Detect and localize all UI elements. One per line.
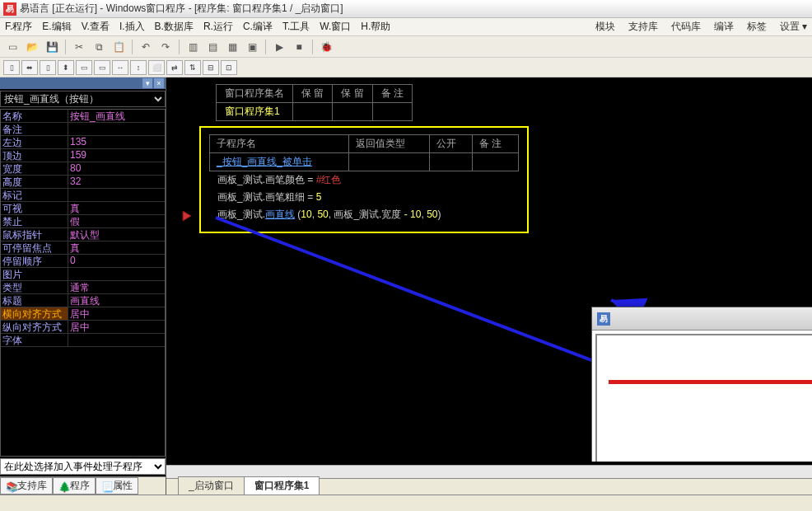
- prop-value[interactable]: 默认型: [68, 228, 165, 241]
- new-icon[interactable]: ▭: [3, 39, 21, 55]
- toolbar-align: ▯ ⬌ ▯ ⬍ ▭ ▭ ↔ ↕ ⬜ ⇄ ⇅ ⊟ ⊡: [0, 58, 812, 77]
- layout3-icon[interactable]: ▦: [223, 39, 241, 55]
- center-v-icon[interactable]: ⊡: [221, 60, 237, 75]
- layout1-icon[interactable]: ▥: [184, 39, 202, 55]
- prop-row[interactable]: 可视真: [1, 202, 165, 215]
- prop-row[interactable]: 停留顺序0: [1, 255, 165, 268]
- paste-icon[interactable]: 📋: [110, 39, 128, 55]
- tab-support-lib[interactable]: 📚支持库: [0, 477, 53, 495]
- layout2-icon[interactable]: ▤: [203, 39, 222, 55]
- prop-row[interactable]: 标题画直线: [1, 294, 165, 307]
- open-icon[interactable]: 📂: [23, 39, 41, 55]
- tab-startup-window[interactable]: _启动窗口: [178, 476, 245, 495]
- prop-row[interactable]: 纵向对齐方式居中: [1, 321, 165, 334]
- prop-value[interactable]: 真: [68, 202, 165, 214]
- prop-value[interactable]: 居中: [68, 307, 165, 320]
- prop-row[interactable]: 横向对齐方式居中: [1, 307, 165, 321]
- program-set-table: 窗口程序集名 保 留 保 留 备 注 窗口程序集1: [216, 84, 413, 121]
- prop-value[interactable]: 135: [68, 136, 165, 148]
- menu-tools[interactable]: T.工具: [282, 20, 310, 34]
- panel-close-icon[interactable]: ×: [154, 78, 164, 88]
- preview-canvas: 画直线: [595, 334, 812, 462]
- prop-value[interactable]: [68, 268, 165, 280]
- copy-icon[interactable]: ⧉: [90, 39, 108, 55]
- same-size-icon[interactable]: ⬜: [148, 60, 165, 75]
- property-grid[interactable]: 名称按钮_画直线备注左边135顶边159宽度80高度32标记可视真禁止假鼠标指针…: [0, 109, 166, 457]
- menu-run[interactable]: R.运行: [203, 20, 233, 34]
- menu-help[interactable]: H.帮助: [361, 20, 390, 34]
- prop-row[interactable]: 图片: [1, 268, 165, 281]
- cut-icon[interactable]: ✂: [70, 39, 88, 55]
- menu-tags[interactable]: 标签: [747, 20, 767, 34]
- prop-value[interactable]: [68, 189, 165, 201]
- preview-titlebar[interactable]: 易 ✕: [592, 307, 812, 331]
- prop-row[interactable]: 宽度80: [1, 162, 165, 176]
- redo-icon[interactable]: ↷: [156, 39, 175, 55]
- undo-icon[interactable]: ↶: [137, 39, 155, 55]
- prop-row[interactable]: 标记: [1, 189, 165, 202]
- prop-value[interactable]: 真: [68, 241, 165, 254]
- tab-program-set[interactable]: 窗口程序集1: [244, 476, 320, 495]
- prop-value[interactable]: 32: [68, 176, 165, 188]
- prop-value[interactable]: 假: [68, 215, 165, 227]
- align-center-h-icon[interactable]: ⬌: [21, 60, 38, 75]
- prop-row[interactable]: 备注: [1, 123, 165, 136]
- center-h-icon[interactable]: ⊟: [203, 60, 219, 75]
- menu-insert[interactable]: I.插入: [119, 20, 145, 34]
- dist-v-icon[interactable]: ⇅: [184, 60, 201, 75]
- menu-right-group: 模块 支持库 代码库 编译 标签 设置 ▾: [595, 20, 807, 34]
- layout4-icon[interactable]: ▣: [243, 39, 261, 55]
- preview-window[interactable]: 易 ✕ 画直线: [591, 307, 812, 462]
- prop-row[interactable]: 高度32: [1, 176, 165, 189]
- menu-settings[interactable]: 设置 ▾: [780, 20, 807, 34]
- prop-row[interactable]: 左边135: [1, 136, 165, 149]
- dist-h-icon[interactable]: ⇄: [166, 60, 183, 75]
- menu-edit[interactable]: E.编辑: [42, 20, 71, 34]
- prop-row[interactable]: 名称按钮_画直线: [1, 110, 165, 123]
- code-line-1: 画板_测试.画笔颜色 = #红色: [209, 171, 519, 189]
- menu-compile[interactable]: C.编译: [243, 20, 273, 34]
- panel-pin-icon[interactable]: ▾: [142, 78, 152, 88]
- menu-window[interactable]: W.窗口: [320, 20, 351, 34]
- prop-row[interactable]: 可停留焦点真: [1, 241, 165, 255]
- menu-code-lib[interactable]: 代码库: [671, 20, 701, 34]
- code-editor[interactable]: 窗口程序集名 保 留 保 留 备 注 窗口程序集1 子程序名 返回值类型 公开 …: [166, 77, 812, 495]
- prop-row[interactable]: 类型通常: [1, 281, 165, 294]
- prop-value[interactable]: 80: [68, 162, 165, 175]
- run-icon[interactable]: ▶: [270, 39, 288, 55]
- prop-value[interactable]: [68, 334, 165, 346]
- prop-value[interactable]: 居中: [68, 321, 165, 333]
- prop-value[interactable]: 0: [68, 255, 165, 267]
- align-right-icon[interactable]: ▯: [40, 60, 56, 75]
- align-left-icon[interactable]: ▯: [3, 60, 20, 75]
- same-width-icon[interactable]: ↔: [112, 60, 128, 75]
- stop-icon[interactable]: ■: [290, 39, 308, 55]
- prop-row[interactable]: 禁止假: [1, 215, 165, 228]
- menu-module[interactable]: 模块: [595, 20, 615, 34]
- debug-icon[interactable]: 🐞: [317, 39, 335, 55]
- menu-support-lib[interactable]: 支持库: [628, 20, 658, 34]
- prop-value[interactable]: [68, 123, 165, 135]
- align-middle-icon[interactable]: ▭: [76, 60, 92, 75]
- tab-properties[interactable]: 📃属性: [96, 477, 138, 495]
- prop-value[interactable]: 通常: [68, 281, 165, 293]
- menu-program[interactable]: F.程序: [5, 20, 32, 34]
- prop-row[interactable]: 字体: [1, 334, 165, 347]
- align-bottom-icon[interactable]: ▭: [94, 60, 110, 75]
- prop-value[interactable]: 画直线: [68, 294, 165, 307]
- prop-value[interactable]: 按钮_画直线: [68, 110, 165, 122]
- prop-row[interactable]: 鼠标指针默认型: [1, 228, 165, 241]
- tab-program[interactable]: 🌲程序: [53, 477, 96, 495]
- save-icon[interactable]: 💾: [43, 39, 61, 55]
- main-area: ▾ × 按钮_画直线（按钮） 名称按钮_画直线备注左边135顶边159宽度80高…: [0, 77, 812, 495]
- menu-compile2[interactable]: 编译: [714, 20, 734, 34]
- menu-view[interactable]: V.查看: [82, 20, 110, 34]
- menu-database[interactable]: B.数据库: [155, 20, 194, 34]
- prop-row[interactable]: 顶边159: [1, 149, 165, 162]
- same-height-icon[interactable]: ↕: [130, 60, 147, 75]
- event-selector[interactable]: 在此处选择加入事件处理子程序: [0, 458, 166, 475]
- component-selector[interactable]: 按钮_画直线（按钮）: [0, 91, 166, 107]
- subroutine-name[interactable]: _按钮_画直线_被单击: [217, 156, 312, 167]
- align-top-icon[interactable]: ⬍: [58, 60, 74, 75]
- prop-value[interactable]: 159: [68, 149, 165, 162]
